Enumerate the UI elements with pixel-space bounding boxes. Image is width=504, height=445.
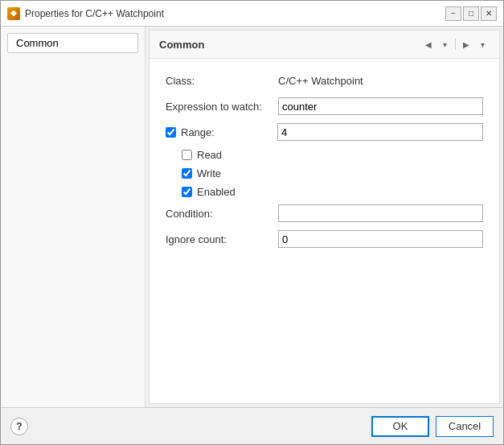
class-value: C/C++ Watchpoint xyxy=(278,75,363,87)
expression-label: Expression to watch: xyxy=(166,101,278,113)
footer-right: OK Cancel xyxy=(371,416,494,437)
dialog-footer: ? OK Cancel xyxy=(1,407,503,444)
title-bar: Properties for C/C++ Watchpoint − □ ✕ xyxy=(1,1,503,27)
nav-forward-button[interactable]: ▶ xyxy=(459,37,473,52)
read-row: Read xyxy=(166,149,483,161)
ignore-count-row: Ignore count: xyxy=(166,230,483,248)
window-controls: − □ ✕ xyxy=(445,6,497,21)
write-checkbox[interactable] xyxy=(182,168,192,179)
sidebar: Common xyxy=(1,27,145,407)
enabled-row: Enabled xyxy=(166,186,483,198)
range-row: Range: xyxy=(166,123,483,141)
ignore-count-input[interactable] xyxy=(278,230,483,248)
nav-forward-dropdown-button[interactable]: ▾ xyxy=(475,37,490,52)
ignore-count-label: Ignore count: xyxy=(166,233,278,245)
read-checkbox[interactable] xyxy=(182,150,192,160)
content-header: Common ◀ ▾ ▶ ▾ xyxy=(150,31,499,59)
maximize-button[interactable]: □ xyxy=(463,6,479,21)
nav-back-button[interactable]: ◀ xyxy=(421,37,436,52)
class-row: Class: C/C++ Watchpoint xyxy=(166,72,483,89)
content-panel: Common ◀ ▾ ▶ ▾ xyxy=(149,30,500,404)
nav-back-dropdown-button[interactable]: ▾ xyxy=(437,37,452,52)
sidebar-item-common[interactable]: Common xyxy=(7,33,138,53)
nav-controls: ◀ ▾ ▶ ▾ xyxy=(421,37,490,52)
read-label: Read xyxy=(197,149,222,161)
dialog-body: Common Common ◀ ▾ ▶ xyxy=(1,27,503,407)
write-label: Write xyxy=(197,167,221,179)
ok-button[interactable]: OK xyxy=(371,416,429,437)
close-button[interactable]: ✕ xyxy=(481,6,497,21)
expression-row: Expression to watch: xyxy=(166,97,483,115)
enabled-label: Enabled xyxy=(197,186,236,198)
form-body: Class: C/C++ Watchpoint Expression to wa… xyxy=(150,59,499,403)
app-icon xyxy=(7,7,20,20)
footer-left: ? xyxy=(10,418,28,435)
minimize-button[interactable]: − xyxy=(445,6,461,21)
condition-input[interactable] xyxy=(278,204,483,222)
range-input[interactable] xyxy=(277,123,483,141)
forward-dropdown-icon: ▾ xyxy=(481,40,485,49)
write-row: Write xyxy=(166,167,483,179)
back-dropdown-icon: ▾ xyxy=(443,40,447,49)
condition-label: Condition: xyxy=(166,208,278,220)
content-title: Common xyxy=(159,39,204,51)
cancel-button[interactable]: Cancel xyxy=(436,416,494,437)
window-title: Properties for C/C++ Watchpoint xyxy=(25,8,440,19)
sidebar-item-label: Common xyxy=(16,37,59,49)
range-checkbox[interactable] xyxy=(166,127,176,138)
expression-input[interactable] xyxy=(278,97,483,115)
dialog-window: Properties for C/C++ Watchpoint − □ ✕ Co… xyxy=(0,0,504,445)
help-button[interactable]: ? xyxy=(10,418,28,435)
nav-separator xyxy=(455,39,456,50)
condition-row: Condition: xyxy=(166,204,483,222)
back-icon: ◀ xyxy=(425,40,432,49)
class-label: Class: xyxy=(166,75,278,87)
enabled-checkbox[interactable] xyxy=(182,187,192,197)
range-label: Range: xyxy=(181,126,277,138)
forward-icon: ▶ xyxy=(463,40,469,49)
